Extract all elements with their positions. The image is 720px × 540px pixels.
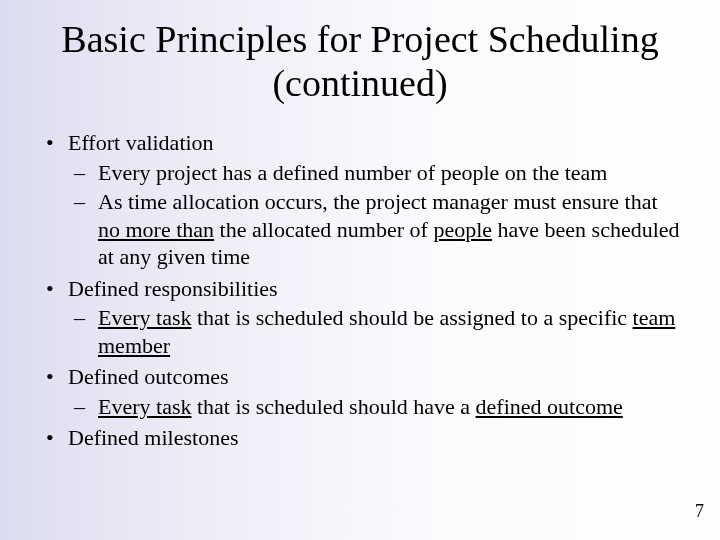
sub-bullet: Every project has a defined number of pe…: [98, 159, 682, 187]
bullet-text: Defined milestones: [68, 425, 238, 450]
underline-phrase: Every task: [98, 305, 191, 330]
slide: Basic Principles for Project Scheduling …: [0, 0, 720, 540]
bullet-effort-validation: Effort validation Every project has a de…: [68, 129, 682, 271]
bullet-defined-responsibilities: Defined responsibilities Every task that…: [68, 275, 682, 360]
sub-text: Every project has a defined number of pe…: [98, 160, 607, 185]
underline-phrase: defined outcome: [476, 394, 623, 419]
underline-phrase: people: [433, 217, 492, 242]
sub-list: Every task that is scheduled should have…: [68, 393, 682, 421]
sub-list: Every task that is scheduled should be a…: [68, 304, 682, 359]
sub-bullet: Every task that is scheduled should be a…: [98, 304, 682, 359]
bullet-defined-outcomes: Defined outcomes Every task that is sche…: [68, 363, 682, 420]
underline-phrase: no more than: [98, 217, 214, 242]
bullet-text: Effort validation: [68, 130, 214, 155]
bullet-list: Effort validation Every project has a de…: [28, 129, 692, 452]
sub-bullet: As time allocation occurs, the project m…: [98, 188, 682, 271]
slide-title: Basic Principles for Project Scheduling …: [28, 18, 692, 105]
underline-phrase: Every task: [98, 394, 191, 419]
sub-text-part: that is scheduled should have a: [191, 394, 475, 419]
bullet-defined-milestones: Defined milestones: [68, 424, 682, 452]
bullet-text: Defined outcomes: [68, 364, 229, 389]
sub-text-part: that is scheduled should be assigned to …: [191, 305, 632, 330]
sub-text-part: As time allocation occurs, the project m…: [98, 189, 658, 214]
bullet-text: Defined responsibilities: [68, 276, 278, 301]
sub-bullet: Every task that is scheduled should have…: [98, 393, 682, 421]
sub-text-part: the allocated number of: [214, 217, 433, 242]
page-number: 7: [695, 501, 704, 522]
sub-list: Every project has a defined number of pe…: [68, 159, 682, 271]
